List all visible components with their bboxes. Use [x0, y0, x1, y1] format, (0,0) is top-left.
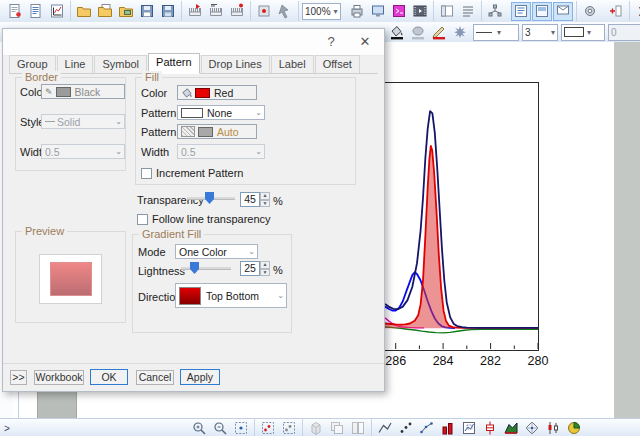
- spin-down-icon[interactable]: ▼: [260, 200, 270, 208]
- chevron-down-icon[interactable]: ⌄: [248, 247, 255, 256]
- pattern-color-button[interactable]: Auto: [177, 124, 257, 139]
- import-image-icon[interactable]: [116, 2, 136, 21]
- border-style-combo[interactable]: ▾: [561, 24, 605, 41]
- pattern-fill-icon[interactable]: [408, 23, 428, 42]
- chevron-down-icon[interactable]: ▾: [497, 28, 501, 37]
- spin-up-icon[interactable]: ▲: [260, 192, 270, 200]
- brush-tool-icon[interactable]: [450, 23, 470, 42]
- gradient-mode-combo[interactable]: One Color ⌄: [175, 244, 258, 259]
- column-plot-icon[interactable]: [438, 419, 458, 436]
- fill-pattern-combo[interactable]: None ⌄: [177, 105, 265, 120]
- tab-label[interactable]: Label: [271, 55, 314, 73]
- line-style-combo[interactable]: ▾: [473, 24, 519, 41]
- command-window-icon[interactable]: [389, 2, 409, 21]
- screen-reader-icon[interactable]: [254, 2, 274, 21]
- scatter-plot-icon[interactable]: [396, 419, 416, 436]
- close-icon[interactable]: ✕: [356, 33, 374, 51]
- zoom-in-tool-icon[interactable]: [189, 419, 209, 436]
- import-multiple-ascii-icon[interactable]: [227, 2, 247, 21]
- tab-offset[interactable]: Offset: [315, 55, 360, 73]
- line-plot-icon[interactable]: [375, 419, 395, 436]
- polar-plot-icon[interactable]: [522, 419, 542, 436]
- new-graph-icon[interactable]: [47, 2, 67, 21]
- fill-color-button[interactable]: Red: [177, 85, 257, 100]
- slider-track[interactable]: [181, 267, 231, 270]
- fill-color-icon[interactable]: [387, 23, 407, 42]
- workbook-button[interactable]: Workbook: [34, 370, 84, 385]
- smart-hint-log-icon[interactable]: [532, 2, 552, 21]
- run-script-icon[interactable]: [275, 2, 295, 21]
- lightness-slider[interactable]: [181, 262, 231, 274]
- script-window-icon[interactable]: [368, 2, 388, 21]
- tab-drop-lines[interactable]: Drop Lines: [201, 55, 270, 73]
- apply-button[interactable]: Apply: [180, 369, 220, 385]
- transparency-value[interactable]: 45: [240, 192, 260, 207]
- tab-line[interactable]: Line: [57, 55, 94, 73]
- dialog-help-button[interactable]: ?: [322, 33, 340, 51]
- increment-pattern-checkbox[interactable]: Increment Pattern: [141, 167, 243, 179]
- import-wizard-icon[interactable]: [185, 2, 205, 21]
- plot-area[interactable]: [384, 82, 539, 351]
- window-cascade-icon[interactable]: [327, 419, 347, 436]
- open-folder-icon[interactable]: [74, 2, 94, 21]
- area-plot-icon[interactable]: [501, 419, 521, 436]
- apps-gallery-icon[interactable]: [485, 2, 505, 21]
- quick-help-icon[interactable]: [511, 2, 531, 21]
- cancel-button[interactable]: Cancel: [136, 370, 174, 385]
- project-explorer-icon[interactable]: [437, 2, 457, 21]
- screen-reader-tool-icon[interactable]: [231, 419, 251, 436]
- open-template-icon[interactable]: [95, 2, 115, 21]
- chevron-down-icon[interactable]: ⌄: [277, 291, 284, 300]
- line-width-combo[interactable]: 3 ▾: [522, 24, 558, 41]
- lightness-spinbox[interactable]: 25 ▲▼: [240, 261, 270, 276]
- pie-chart-icon[interactable]: [564, 419, 584, 436]
- toolbar-overflow-chevron[interactable]: >: [0, 423, 14, 434]
- spin-up-icon[interactable]: ▲: [260, 261, 270, 269]
- line-color-icon[interactable]: [429, 23, 449, 42]
- spin-down-icon[interactable]: ▼: [260, 269, 270, 277]
- gradient-mode-value: One Color: [179, 246, 227, 258]
- zoom-plot-icon[interactable]: [459, 419, 479, 436]
- open-project-icon[interactable]: [26, 2, 46, 21]
- window-tile-icon[interactable]: [348, 419, 368, 436]
- border-style-value: Solid: [57, 116, 80, 128]
- save-project-icon[interactable]: [137, 2, 157, 21]
- zoom-level-combo[interactable]: 100% ▾: [302, 3, 341, 20]
- video-player-icon[interactable]: [410, 2, 430, 21]
- box-plot-icon[interactable]: [480, 419, 500, 436]
- zoom-out-tool-icon[interactable]: [210, 419, 230, 436]
- rotate-3d-icon[interactable]: [306, 419, 326, 436]
- line-symbol-plot-icon[interactable]: [417, 419, 437, 436]
- direction-combo[interactable]: Top Bottom ⌄: [175, 283, 287, 308]
- messages-log-icon[interactable]: [553, 2, 573, 21]
- unmask-range-icon[interactable]: [279, 419, 299, 436]
- follow-line-transparency-checkbox[interactable]: Follow line transparency: [137, 213, 271, 225]
- checkbox-icon[interactable]: [137, 214, 148, 225]
- add-column-icon[interactable]: [606, 2, 626, 21]
- transparency-slider[interactable]: [187, 192, 235, 204]
- print-icon[interactable]: [347, 2, 367, 21]
- new-project-icon[interactable]: [5, 2, 25, 21]
- chevron-down-icon[interactable]: ▾: [587, 28, 591, 37]
- ok-button[interactable]: OK: [90, 369, 128, 385]
- lightness-value[interactable]: 25: [240, 261, 260, 276]
- chevron-down-icon[interactable]: ▾: [334, 7, 338, 16]
- checkbox-icon[interactable]: [141, 168, 152, 179]
- object-manager-icon[interactable]: [458, 2, 478, 21]
- gear-icon[interactable]: [580, 2, 600, 21]
- chevron-down-icon[interactable]: ▾: [551, 28, 555, 37]
- transparency-spinbox[interactable]: 45 ▲▼: [240, 192, 270, 207]
- fill-color-label: Color: [141, 87, 167, 99]
- tab-symbol[interactable]: Symbol: [94, 55, 147, 73]
- sigma-stats-icon[interactable]: Σ: [633, 2, 640, 21]
- chevron-down-icon[interactable]: ⌄: [255, 108, 262, 117]
- stock-plot-icon[interactable]: [543, 419, 563, 436]
- border-color-button[interactable]: ✎ Black: [41, 84, 125, 99]
- slider-thumb[interactable]: [205, 192, 214, 204]
- dialog-titlebar[interactable]: ? ✕: [3, 29, 384, 56]
- mask-range-icon[interactable]: [258, 419, 278, 436]
- expand-button[interactable]: >>: [10, 370, 27, 385]
- slider-thumb[interactable]: [190, 262, 199, 274]
- save-template-icon[interactable]: [158, 2, 178, 21]
- import-ascii-icon[interactable]: [206, 2, 226, 21]
